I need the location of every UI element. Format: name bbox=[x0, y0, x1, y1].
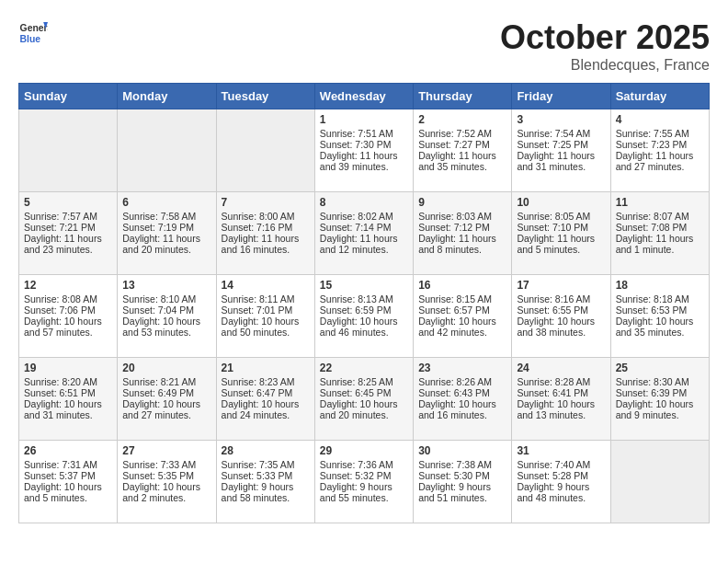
day-cell bbox=[118, 109, 216, 192]
logo: General Blue bbox=[18, 18, 48, 48]
day-cell bbox=[610, 441, 709, 523]
sunrise-text: Sunrise: 7:57 AM bbox=[24, 211, 97, 222]
column-header-saturday: Saturday bbox=[610, 84, 709, 109]
day-number: 18 bbox=[616, 279, 704, 292]
sunrise-text: Sunrise: 8:18 AM bbox=[616, 293, 689, 304]
day-cell: 29Sunrise: 7:36 AMSunset: 5:32 PMDayligh… bbox=[314, 441, 413, 523]
day-number: 24 bbox=[517, 362, 605, 374]
sunrise-text: Sunrise: 8:00 AM bbox=[222, 211, 295, 222]
daylight-text: Daylight: 10 hours and 53 minutes. bbox=[122, 316, 200, 338]
day-number: 12 bbox=[24, 279, 112, 292]
sunrise-text: Sunrise: 7:35 AM bbox=[222, 459, 295, 470]
month-title: October 2025 bbox=[500, 18, 710, 57]
sunrise-text: Sunrise: 8:25 AM bbox=[320, 376, 393, 387]
daylight-text: Daylight: 10 hours and 50 minutes. bbox=[222, 316, 300, 338]
daylight-text: Daylight: 10 hours and 46 minutes. bbox=[320, 316, 398, 338]
sunrise-text: Sunrise: 7:58 AM bbox=[122, 211, 196, 222]
sunset-text: Sunset: 7:21 PM bbox=[24, 222, 96, 233]
logo-icon: General Blue bbox=[18, 18, 48, 48]
day-cell: 15Sunrise: 8:13 AMSunset: 6:59 PMDayligh… bbox=[314, 275, 413, 358]
sunrise-text: Sunrise: 8:02 AM bbox=[320, 211, 393, 222]
day-cell: 21Sunrise: 8:23 AMSunset: 6:47 PMDayligh… bbox=[216, 358, 314, 441]
sunrise-text: Sunrise: 8:23 AM bbox=[222, 376, 295, 387]
sunrise-text: Sunrise: 8:26 AM bbox=[418, 376, 492, 387]
sunset-text: Sunset: 6:59 PM bbox=[320, 304, 392, 316]
day-cell: 19Sunrise: 8:20 AMSunset: 6:51 PMDayligh… bbox=[19, 358, 118, 441]
sunset-text: Sunset: 5:37 PM bbox=[24, 470, 96, 481]
sunrise-text: Sunrise: 8:13 AM bbox=[320, 293, 393, 304]
day-number: 29 bbox=[320, 444, 408, 457]
day-cell: 4Sunrise: 7:55 AMSunset: 7:23 PMDaylight… bbox=[610, 109, 709, 192]
sunrise-text: Sunrise: 8:20 AM bbox=[24, 376, 97, 387]
daylight-text: Daylight: 10 hours and 35 minutes. bbox=[616, 316, 694, 338]
sunset-text: Sunset: 7:23 PM bbox=[616, 139, 688, 150]
daylight-text: Daylight: 11 hours and 1 minute. bbox=[616, 233, 694, 255]
sunrise-text: Sunrise: 8:28 AM bbox=[517, 376, 590, 387]
day-number: 1 bbox=[320, 113, 408, 126]
day-number: 4 bbox=[616, 113, 704, 126]
daylight-text: Daylight: 11 hours and 27 minutes. bbox=[616, 150, 694, 172]
day-cell: 9Sunrise: 8:03 AMSunset: 7:12 PMDaylight… bbox=[414, 192, 512, 275]
day-number: 6 bbox=[122, 196, 210, 209]
week-row-2: 5Sunrise: 7:57 AMSunset: 7:21 PMDaylight… bbox=[19, 192, 710, 275]
column-header-tuesday: Tuesday bbox=[216, 84, 314, 109]
sunset-text: Sunset: 7:10 PM bbox=[517, 222, 588, 233]
daylight-text: Daylight: 9 hours and 58 minutes. bbox=[222, 481, 294, 503]
sunrise-text: Sunrise: 7:33 AM bbox=[122, 459, 196, 470]
day-number: 27 bbox=[122, 444, 210, 457]
day-number: 25 bbox=[616, 362, 704, 374]
daylight-text: Daylight: 10 hours and 9 minutes. bbox=[616, 398, 694, 420]
svg-text:Blue: Blue bbox=[20, 34, 41, 44]
day-cell: 25Sunrise: 8:30 AMSunset: 6:39 PMDayligh… bbox=[610, 358, 709, 441]
day-cell: 20Sunrise: 8:21 AMSunset: 6:49 PMDayligh… bbox=[118, 358, 216, 441]
day-number: 17 bbox=[517, 279, 605, 292]
daylight-text: Daylight: 10 hours and 13 minutes. bbox=[517, 398, 595, 420]
sunset-text: Sunset: 6:47 PM bbox=[222, 387, 293, 398]
day-cell: 13Sunrise: 8:10 AMSunset: 7:04 PMDayligh… bbox=[118, 275, 216, 358]
day-number: 9 bbox=[418, 196, 506, 209]
day-cell: 3Sunrise: 7:54 AMSunset: 7:25 PMDaylight… bbox=[512, 109, 610, 192]
daylight-text: Daylight: 11 hours and 35 minutes. bbox=[418, 150, 496, 172]
day-cell: 10Sunrise: 8:05 AMSunset: 7:10 PMDayligh… bbox=[512, 192, 610, 275]
daylight-text: Daylight: 11 hours and 31 minutes. bbox=[517, 150, 595, 172]
day-number: 5 bbox=[24, 196, 112, 209]
sunrise-text: Sunrise: 8:08 AM bbox=[24, 293, 97, 304]
sunset-text: Sunset: 6:45 PM bbox=[320, 387, 392, 398]
title-block: October 2025 Blendecques, France bbox=[500, 18, 710, 74]
location: Blendecques, France bbox=[500, 57, 710, 74]
sunrise-text: Sunrise: 8:21 AM bbox=[122, 376, 196, 387]
sunrise-text: Sunrise: 8:15 AM bbox=[418, 293, 492, 304]
day-cell: 5Sunrise: 7:57 AMSunset: 7:21 PMDaylight… bbox=[19, 192, 118, 275]
daylight-text: Daylight: 10 hours and 5 minutes. bbox=[24, 481, 102, 503]
day-number: 31 bbox=[517, 444, 605, 457]
sunset-text: Sunset: 7:14 PM bbox=[320, 222, 392, 233]
week-row-1: 1Sunrise: 7:51 AMSunset: 7:30 PMDaylight… bbox=[19, 109, 710, 192]
daylight-text: Daylight: 11 hours and 23 minutes. bbox=[24, 233, 102, 255]
day-cell: 23Sunrise: 8:26 AMSunset: 6:43 PMDayligh… bbox=[414, 358, 512, 441]
day-cell: 28Sunrise: 7:35 AMSunset: 5:33 PMDayligh… bbox=[216, 441, 314, 523]
daylight-text: Daylight: 10 hours and 38 minutes. bbox=[517, 316, 595, 338]
day-cell: 27Sunrise: 7:33 AMSunset: 5:35 PMDayligh… bbox=[118, 441, 216, 523]
sunset-text: Sunset: 7:08 PM bbox=[616, 222, 688, 233]
sunset-text: Sunset: 7:04 PM bbox=[122, 304, 194, 316]
sunset-text: Sunset: 7:30 PM bbox=[320, 139, 392, 150]
day-cell: 22Sunrise: 8:25 AMSunset: 6:45 PMDayligh… bbox=[314, 358, 413, 441]
sunset-text: Sunset: 7:25 PM bbox=[517, 139, 588, 150]
sunset-text: Sunset: 6:43 PM bbox=[418, 387, 490, 398]
day-cell: 31Sunrise: 7:40 AMSunset: 5:28 PMDayligh… bbox=[512, 441, 610, 523]
column-header-sunday: Sunday bbox=[19, 84, 118, 109]
column-header-monday: Monday bbox=[118, 84, 216, 109]
sunrise-text: Sunrise: 7:31 AM bbox=[24, 459, 97, 470]
day-cell: 2Sunrise: 7:52 AMSunset: 7:27 PMDaylight… bbox=[414, 109, 512, 192]
daylight-text: Daylight: 10 hours and 2 minutes. bbox=[122, 481, 200, 503]
daylight-text: Daylight: 10 hours and 42 minutes. bbox=[418, 316, 496, 338]
week-row-3: 12Sunrise: 8:08 AMSunset: 7:06 PMDayligh… bbox=[19, 275, 710, 358]
day-number: 2 bbox=[418, 113, 506, 126]
day-number: 30 bbox=[418, 444, 506, 457]
sunrise-text: Sunrise: 8:16 AM bbox=[517, 293, 590, 304]
day-number: 21 bbox=[222, 362, 310, 374]
daylight-text: Daylight: 10 hours and 31 minutes. bbox=[24, 398, 102, 420]
day-cell: 30Sunrise: 7:38 AMSunset: 5:30 PMDayligh… bbox=[414, 441, 512, 523]
daylight-text: Daylight: 11 hours and 16 minutes. bbox=[222, 233, 300, 255]
daylight-text: Daylight: 9 hours and 55 minutes. bbox=[320, 481, 392, 503]
